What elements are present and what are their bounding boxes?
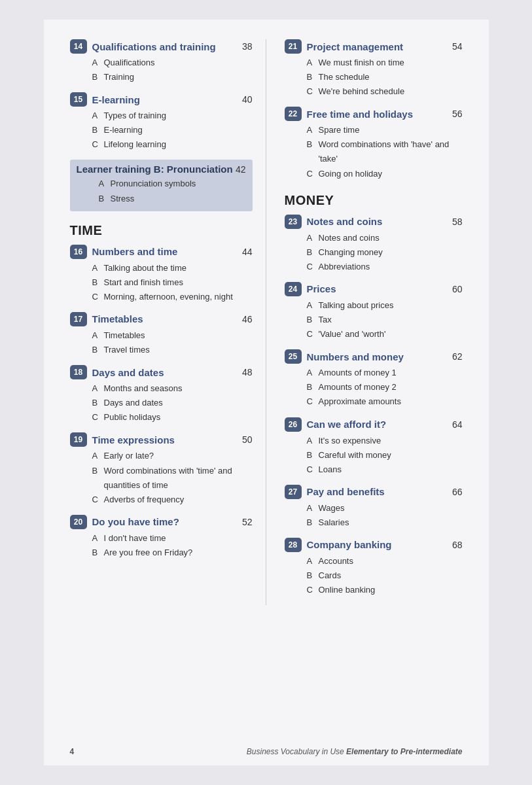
page-21: 54 <box>452 41 463 52</box>
sub-items-14: A Qualifications B Training <box>92 56 253 84</box>
badge-22: 22 <box>285 107 302 121</box>
sub-items-28: A Accounts B Cards C Online banking <box>307 554 463 597</box>
title-24: Prices <box>307 283 336 294</box>
list-item: A I don't have time <box>92 531 253 546</box>
footer-title-plain: Business Vocabulary in Use <box>247 747 344 756</box>
badge-28: 28 <box>285 538 302 552</box>
badge-14: 14 <box>70 39 87 54</box>
title-23: Notes and coins <box>307 216 383 227</box>
sub-items-27: A Wages B Salaries <box>307 501 463 530</box>
list-item: B The schedule <box>307 70 463 84</box>
list-item: C 'Value' and 'worth' <box>307 327 463 341</box>
learner-training-box: Learner training B: Pronunciation 42 A P… <box>70 160 253 211</box>
title-25: Numbers and money <box>307 351 404 362</box>
sub-items-22: A Spare time B Word combinations with 'h… <box>307 123 463 181</box>
list-item: C Public holidays <box>92 410 253 425</box>
footer: 4 Business Vocabulary in Use Elementary … <box>44 747 489 756</box>
entry-28: 28 Company banking 68 A Accounts B Cards <box>285 538 463 597</box>
title-19: Time expressions <box>92 434 175 445</box>
sub-items-21: A We must finish on time B The schedule … <box>307 56 463 99</box>
entry-20: 20 Do you have time? 52 A I don't have t… <box>70 515 253 560</box>
list-item: B E-learning <box>92 123 253 137</box>
badge-23: 23 <box>285 215 302 229</box>
learner-title: Learner training B: Pronunciation <box>77 164 233 175</box>
list-item: B Word combinations with 'time' and quan… <box>92 464 253 493</box>
title-16: Numbers and time <box>92 246 178 257</box>
list-item: A We must finish on time <box>307 56 463 70</box>
badge-24: 24 <box>285 282 302 296</box>
badge-25: 25 <box>285 349 302 364</box>
list-item: C Lifelong learning <box>92 137 253 152</box>
sub-items-17: A Timetables B Travel times <box>92 328 253 357</box>
list-item: C Going on holiday <box>307 167 463 181</box>
time-section-header: TIME <box>70 223 253 238</box>
page-25: 62 <box>452 351 463 362</box>
list-item: A Types of training <box>92 109 253 123</box>
learner-sub-items: A Pronunciation symbols B Stress <box>99 177 246 205</box>
title-28: Company banking <box>307 539 392 550</box>
list-item: A Notes and coins <box>307 231 463 245</box>
title-27: Pay and benefits <box>307 486 385 497</box>
page-18: 48 <box>242 367 253 377</box>
entry-17: 17 Timetables 46 A Timetables B Travel t… <box>70 312 253 357</box>
page-26: 64 <box>452 419 463 430</box>
sub-items-23: A Notes and coins B Changing money C Abb… <box>307 231 463 274</box>
title-26: Can we afford it? <box>307 419 387 430</box>
list-item: B Start and finish times <box>92 275 253 290</box>
list-item: C Loans <box>307 462 463 477</box>
list-item: B Travel times <box>92 343 253 357</box>
title-22: Free time and holidays <box>307 109 414 120</box>
list-item: A Wages <box>307 501 463 515</box>
list-item: C Morning, afternoon, evening, night <box>92 290 253 304</box>
list-item: B Changing money <box>307 245 463 260</box>
page-24: 60 <box>452 284 463 294</box>
list-item: B Stress <box>99 192 246 206</box>
list-item: A Months and seasons <box>92 381 253 396</box>
entry-25: 25 Numbers and money 62 A Amounts of mon… <box>285 349 463 409</box>
title-21: Project management <box>307 41 404 52</box>
entry-27: 27 Pay and benefits 66 A Wages B Salarie… <box>285 485 463 530</box>
list-item: A Talking about prices <box>307 298 463 313</box>
entry-14: 14 Qualifications and training 38 A Qual… <box>70 39 253 84</box>
title-14: Qualifications and training <box>92 41 216 52</box>
list-item: B Days and dates <box>92 396 253 410</box>
two-column-layout: 14 Qualifications and training 38 A Qual… <box>70 39 463 605</box>
sub-items-18: A Months and seasons B Days and dates C … <box>92 381 253 425</box>
sub-items-26: A It's so expensive B Careful with money… <box>307 434 463 477</box>
page-23: 58 <box>452 217 463 227</box>
list-item: A Early or late? <box>92 449 253 463</box>
sub-items-24: A Talking about prices B Tax C 'Value' a… <box>307 298 463 341</box>
list-item: B Cards <box>307 568 463 583</box>
right-column: 21 Project management 54 A We must finis… <box>266 39 463 605</box>
title-18: Days and dates <box>92 367 164 378</box>
footer-book-title: Business Vocabulary in Use Elementary to… <box>247 747 463 756</box>
list-item: C Abbreviations <box>307 260 463 274</box>
footer-title-bold: Elementary to Pre-intermediate <box>346 747 462 756</box>
list-item: A It's so expensive <box>307 434 463 448</box>
list-item: C Online banking <box>307 583 463 597</box>
left-column: 14 Qualifications and training 38 A Qual… <box>70 39 266 605</box>
sub-items-16: A Talking about the time B Start and fin… <box>92 261 253 304</box>
entry-16: 16 Numbers and time 44 A Talking about t… <box>70 245 253 304</box>
list-item: A Timetables <box>92 328 253 343</box>
list-item: A Pronunciation symbols <box>99 177 246 191</box>
list-item: B Are you free on Friday? <box>92 546 253 560</box>
page-22: 56 <box>452 109 463 119</box>
page-16: 44 <box>242 247 253 257</box>
money-section-header: MONEY <box>285 193 463 208</box>
page-14: 38 <box>242 41 253 52</box>
badge-15: 15 <box>70 92 87 107</box>
badge-19: 19 <box>70 432 87 447</box>
badge-20: 20 <box>70 515 87 529</box>
title-17: Timetables <box>92 313 143 324</box>
sub-items-19: A Early or late? B Word combinations wit… <box>92 449 253 506</box>
page-27: 66 <box>452 487 463 497</box>
entry-23: 23 Notes and coins 58 A Notes and coins … <box>285 215 463 274</box>
sub-items-15: A Types of training B E-learning C Lifel… <box>92 109 253 152</box>
entry-18: 18 Days and dates 48 A Months and season… <box>70 365 253 425</box>
list-item: B Amounts of money 2 <box>307 380 463 394</box>
list-item: A Accounts <box>307 554 463 568</box>
title-15: E-learning <box>92 94 140 105</box>
page-19: 50 <box>242 434 253 445</box>
entry-26: 26 Can we afford it? 64 A It's so expens… <box>285 417 463 477</box>
